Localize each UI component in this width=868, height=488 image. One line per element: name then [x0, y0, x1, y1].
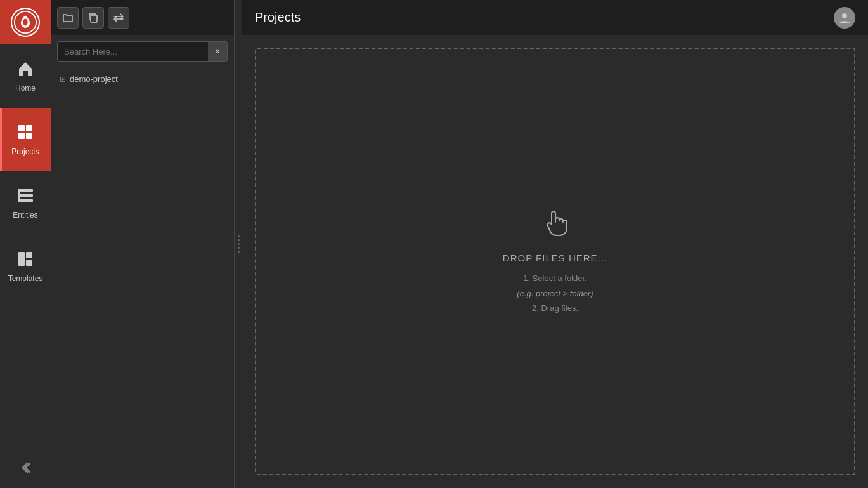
- search-clear-button[interactable]: ×: [208, 42, 227, 61]
- sidebar-item-home[interactable]: Home: [0, 44, 51, 108]
- svg-rect-4: [18, 133, 25, 139]
- home-icon: [16, 60, 34, 80]
- sidebar-collapse-button[interactable]: [0, 450, 51, 488]
- search-input[interactable]: [58, 43, 208, 61]
- svg-point-14: [842, 13, 847, 18]
- sidebar-item-projects-label: Projects: [11, 147, 39, 156]
- sidebar-panel: × ⊞ demo-project: [51, 0, 235, 488]
- sidebar-toolbar: [51, 0, 234, 35]
- nav-sidebar: Home Projects Entities: [0, 0, 51, 488]
- drop-zone-container: DROP FILES HERE... 1. Select a folder. (…: [242, 35, 868, 488]
- app-logo: [11, 8, 40, 37]
- drop-instruction-3: 2. Drag files.: [517, 301, 593, 315]
- svg-rect-12: [26, 260, 32, 266]
- svg-rect-2: [18, 125, 25, 131]
- list-item[interactable]: ⊞ demo-project: [57, 71, 228, 87]
- projects-icon: [16, 123, 34, 143]
- back-icon: [18, 461, 32, 477]
- svg-rect-5: [26, 133, 32, 139]
- page-title: Projects: [255, 10, 301, 25]
- sidebar-item-projects[interactable]: Projects: [0, 108, 51, 171]
- svg-rect-10: [18, 252, 25, 266]
- search-area: ×: [51, 35, 234, 68]
- svg-rect-13: [91, 15, 97, 22]
- sidebar-item-entities[interactable]: Entities: [0, 171, 51, 235]
- svg-rect-9: [18, 189, 20, 202]
- drop-instructions: 1. Select a folder. (e.g. project > fold…: [517, 271, 593, 315]
- search-box: ×: [57, 41, 228, 62]
- transfer-button[interactable]: [108, 7, 129, 29]
- copy-button[interactable]: [82, 7, 104, 29]
- entities-icon: [16, 187, 34, 207]
- drop-hand-icon: [539, 207, 572, 245]
- new-folder-button[interactable]: [57, 7, 79, 29]
- sidebar-item-templates[interactable]: Templates: [0, 235, 51, 298]
- project-name: demo-project: [70, 74, 118, 84]
- main-content: Projects DROP FILES HERE... 1. Select a …: [242, 0, 868, 488]
- sidebar-item-home-label: Home: [15, 84, 36, 93]
- resize-handle[interactable]: [235, 0, 242, 488]
- drop-zone[interactable]: DROP FILES HERE... 1. Select a folder. (…: [255, 48, 855, 475]
- project-list: ⊞ demo-project: [51, 68, 234, 488]
- logo-area[interactable]: [0, 0, 51, 44]
- sidebar-item-entities-label: Entities: [13, 211, 37, 220]
- drop-instruction-2: (e.g. project > folder): [517, 286, 593, 301]
- templates-icon: [16, 250, 34, 270]
- user-avatar[interactable]: [834, 7, 855, 29]
- svg-point-1: [23, 19, 27, 26]
- sidebar-item-templates-label: Templates: [8, 274, 43, 283]
- drop-main-text: DROP FILES HERE...: [503, 253, 607, 263]
- svg-rect-11: [26, 252, 32, 258]
- expand-icon: ⊞: [60, 75, 66, 84]
- resize-dots: [238, 235, 240, 253]
- svg-rect-3: [26, 125, 32, 131]
- main-header: Projects: [242, 0, 868, 35]
- drop-instruction-1: 1. Select a folder.: [517, 271, 593, 286]
